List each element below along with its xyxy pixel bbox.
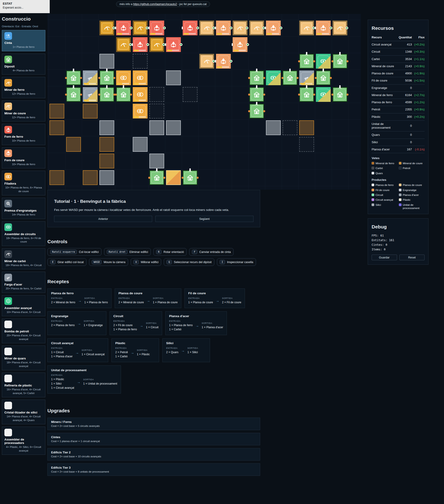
tile-forn-ferro[interactable]: [116, 20, 131, 35]
build-item[interactable]: Filadora10× Planxa de ferro, 6× Planxa d…: [2, 171, 45, 195]
github-link[interactable]: https://github.com/laqmarc/jocauto2: [133, 2, 177, 6]
tile-miner-ferro[interactable]: [149, 37, 164, 52]
tile-diposit[interactable]: Car: [99, 87, 114, 102]
tile-farga[interactable]: [299, 71, 314, 85]
tile-veta-ferro[interactable]: [66, 137, 81, 152]
build-item[interactable]: Forn de coure10× Planxa de ferro: [2, 147, 45, 169]
tile-diposit[interactable]: Pla: [183, 170, 197, 185]
tutorial-next-button[interactable]: Següent: [155, 216, 253, 222]
build-item[interactable]: Cristal·litzador de silici14× Planxa d'a…: [2, 400, 45, 424]
build-item[interactable]: Assembler de processadors4× Plàstic, 4× …: [2, 427, 45, 455]
tile-assembler[interactable]: [316, 87, 331, 102]
tile-forn-ferro[interactable]: [133, 37, 148, 52]
upgrade-row[interactable]: Miners / FornsCost = 2× cost base + 5 ci…: [47, 418, 260, 430]
tile-diposit[interactable]: Pla: [149, 170, 164, 185]
tile-veta-ferro[interactable]: [299, 120, 314, 135]
tile-casella-buida[interactable]: [133, 54, 148, 69]
tile-diposit[interactable]: Pla: [66, 71, 81, 85]
tile-forn-coure[interactable]: [216, 54, 231, 69]
tile-filadora[interactable]: [116, 71, 131, 85]
tile-casella-buida[interactable]: [149, 104, 164, 119]
build-item[interactable]: Forn de ferro10× Planxa de ferro: [2, 124, 45, 145]
build-item[interactable]: Premsa d'engranatges14× Planxa de ferro: [2, 198, 45, 219]
tile-roca[interactable]: [149, 154, 164, 168]
tile-diposit[interactable]: Pla: [116, 87, 131, 102]
tile-miner-coure[interactable]: [199, 20, 214, 35]
tile-diposit[interactable]: Pla: [316, 71, 331, 85]
tile-farga[interactable]: [83, 87, 97, 102]
tile-roca[interactable]: [166, 71, 181, 85]
game-canvas[interactable]: PlaPlaPlaCarPlaGrPlaPlaCarPlaPlaPlaPlaPl…: [47, 14, 361, 190]
tile-veta-ferro[interactable]: [83, 170, 97, 185]
control-key: E: [50, 260, 56, 264]
tile-veta-ferro[interactable]: [50, 120, 64, 135]
tile-miner-coure[interactable]: [249, 20, 264, 35]
tile-diposit[interactable]: Pla: [249, 87, 264, 102]
build-item[interactable]: Assembler avançat10× Planxa d'acer, 5× C…: [2, 295, 45, 316]
tile-diposit[interactable]: Pla: [249, 104, 264, 119]
tile-filadora[interactable]: [133, 71, 148, 85]
build-item[interactable]: Refineria de plàstic16× Planxa d'acer, 4…: [2, 373, 45, 397]
tile-forn-coure[interactable]: [233, 37, 248, 52]
upgrade-row[interactable]: Edificis Tier 3Cost = 2× cost base + 8 u…: [47, 463, 260, 476]
tile-forn-ferro[interactable]: [183, 20, 197, 35]
tile-diposit[interactable]: Pla: [332, 87, 347, 102]
build-item[interactable]: Assembler de circuits18× Planxa de ferro…: [2, 221, 45, 246]
tile-veta-ferro[interactable]: [83, 104, 97, 119]
build-item[interactable]: Farga d'acer20× Planxa de ferro, 5× Carb…: [2, 272, 45, 293]
build-item[interactable]: Miner de quars18× Planxa d'acer, 4× Circ…: [2, 345, 45, 370]
tile-veta-ferro[interactable]: [50, 104, 64, 119]
tile-roca[interactable]: [166, 120, 181, 135]
tile-forn-coure[interactable]: [316, 20, 331, 35]
tile-farga[interactable]: [83, 71, 97, 85]
build-item[interactable]: Miner de ferro12× Planxa de ferro: [2, 77, 45, 98]
tile-assembler[interactable]: [266, 71, 281, 85]
tile-casella-buida[interactable]: [299, 137, 314, 152]
tile-miner-coure[interactable]: [199, 54, 214, 69]
tile-forn-ferro[interactable]: [149, 20, 164, 35]
tutorial-prev-button[interactable]: Anterior: [54, 216, 152, 222]
tile-roca[interactable]: [99, 54, 114, 69]
cinta-icon: [4, 32, 12, 40]
tile-miner-ferro[interactable]: [133, 20, 148, 35]
build-item[interactable]: Diposit4× Planxa de ferro: [2, 54, 45, 75]
tile-roca[interactable]: [99, 120, 114, 135]
tile-assembler[interactable]: [316, 54, 331, 69]
tile-diposit[interactable]: Gr: [283, 71, 297, 85]
reset-button[interactable]: Reset: [399, 254, 425, 260]
tile-casella-buida[interactable]: [149, 87, 164, 102]
tile-roca[interactable]: [149, 120, 164, 135]
upgrade-row[interactable]: CintesCost = 1 planxa d'acer + 1 circuit…: [47, 433, 260, 445]
tile-miner-coure[interactable]: [332, 20, 347, 35]
tile-veta-ferro[interactable]: [99, 137, 114, 152]
tile-casella-buida[interactable]: [183, 87, 197, 102]
tile-diposit[interactable]: Pla: [299, 87, 314, 102]
build-item[interactable]: Cinta1× Planxa de ferro: [2, 30, 45, 51]
tile-splitter[interactable]: [166, 170, 181, 185]
tile-miner-ferro[interactable]: [116, 37, 131, 52]
build-item[interactable]: Miner de coure12× Planxa de ferro: [2, 100, 45, 122]
save-button[interactable]: Guardar: [372, 254, 397, 260]
upgrade-row[interactable]: Edificis Tier 2Cost = 2× cost base + 10 …: [47, 448, 260, 461]
tile-miner-coure[interactable]: [299, 20, 314, 35]
tile-filadora[interactable]: [133, 87, 148, 102]
tile-miner-coure[interactable]: [233, 20, 248, 35]
tile-veta-ferro[interactable]: [50, 170, 64, 185]
tile-forn-ferro[interactable]: [166, 37, 181, 52]
tile-diposit[interactable]: Pla: [249, 71, 264, 85]
tile-filadora[interactable]: [133, 104, 148, 119]
tile-diposit[interactable]: Car: [99, 71, 114, 85]
tile-veta-ferro[interactable]: [99, 154, 114, 168]
tile-diposit[interactable]: Pla: [299, 54, 314, 69]
tile-roca[interactable]: [99, 170, 114, 185]
tile-diposit[interactable]: Pla: [332, 54, 347, 69]
tile-roca[interactable]: [133, 137, 148, 152]
tile-forn-coure[interactable]: [266, 20, 281, 35]
tile-miner-ferro[interactable]: [99, 20, 114, 35]
tile-casella-buida[interactable]: [283, 120, 297, 135]
tile-roca[interactable]: [266, 120, 281, 135]
tile-diposit[interactable]: Pla: [66, 87, 81, 102]
tile-forn-coure[interactable]: [216, 20, 231, 35]
build-item[interactable]: Miner de carbó18× Planxa de ferro, 4× Ci…: [2, 248, 45, 270]
build-item[interactable]: Bomba de petroli20× Planxa d'acer, 6× Ci…: [2, 319, 45, 343]
